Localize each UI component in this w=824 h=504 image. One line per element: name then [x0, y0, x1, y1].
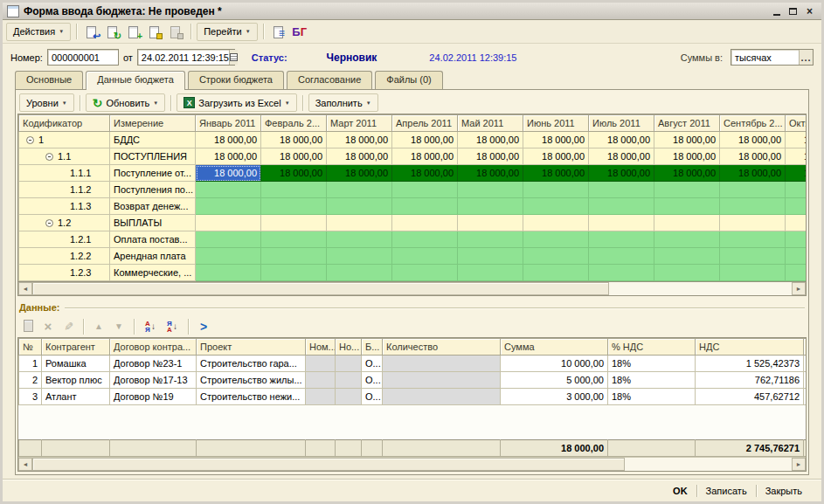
- data-cell-num[interactable]: 2: [19, 372, 42, 389]
- budget-value-cell[interactable]: [196, 248, 261, 265]
- refresh-menu-button[interactable]: ↻ Обновить ▼: [86, 93, 166, 112]
- budget-value-cell[interactable]: [458, 265, 523, 281]
- data-cell-project[interactable]: Строительство нежи...: [197, 389, 306, 405]
- goto-menu-button[interactable]: Перейти ▼: [197, 23, 258, 41]
- data-cell-no[interactable]: [336, 372, 362, 389]
- data-cell-nom[interactable]: [306, 356, 336, 372]
- budget-dimension-cell[interactable]: Поступления по...: [110, 182, 196, 198]
- budget-dimension-cell[interactable]: Поступление от...: [110, 165, 196, 182]
- budget-value-cell[interactable]: 18 000,00: [523, 148, 589, 165]
- close-button[interactable]: Закрыть: [757, 483, 811, 499]
- data-column-header[interactable]: Б...: [362, 339, 383, 356]
- ok-button[interactable]: OK: [664, 483, 696, 499]
- budget-value-cell[interactable]: 18 000,00: [196, 148, 261, 165]
- data-cell-no[interactable]: [336, 389, 362, 405]
- budget-column-header[interactable]: Февраль 2...: [261, 115, 327, 132]
- budget-value-cell[interactable]: 18 000,00: [589, 165, 654, 182]
- budget-value-cell[interactable]: [327, 231, 392, 248]
- budget-value-cell[interactable]: [392, 215, 458, 231]
- data-cell-contract[interactable]: Договор №23-1: [110, 356, 197, 372]
- budget-column-header[interactable]: Сентябрь 2...: [720, 115, 786, 132]
- budget-value-cell[interactable]: 18 000,00: [392, 148, 458, 165]
- budget-dimension-cell[interactable]: Оплата постав...: [110, 231, 196, 248]
- budget-value-cell[interactable]: [589, 198, 654, 215]
- budget-column-header[interactable]: Октябрь 2011: [786, 115, 807, 132]
- data-cell-amount[interactable]: 3 000,00: [501, 389, 608, 405]
- data-cell-b[interactable]: О...: [362, 372, 383, 389]
- budget-value-cell[interactable]: 18 000,00: [196, 165, 261, 182]
- data-cell-vat_pct[interactable]: 18%: [608, 372, 696, 389]
- data-cell-vat[interactable]: 457,62712: [696, 389, 804, 405]
- data-cell-amount[interactable]: 5 000,00: [501, 372, 608, 389]
- data-cell-num[interactable]: 3: [19, 389, 42, 405]
- budget-code-cell[interactable]: 1.2.2: [19, 248, 110, 265]
- report-icon[interactable]: ≡: [269, 23, 288, 41]
- data-column-header[interactable]: Проект: [197, 339, 306, 356]
- refresh-icon[interactable]: ↻: [103, 23, 122, 41]
- budget-column-header[interactable]: Май 2011: [458, 115, 523, 132]
- tab-approval[interactable]: Согласование: [287, 71, 372, 89]
- budget-value-cell[interactable]: [589, 248, 654, 265]
- budget-value-cell[interactable]: [720, 231, 786, 248]
- budget-value-cell[interactable]: [392, 265, 458, 281]
- budget-value-cell[interactable]: 18 000,00: [654, 165, 720, 182]
- number-field[interactable]: 000000001: [47, 49, 119, 66]
- budget-value-cell[interactable]: 18 000,00: [786, 148, 807, 165]
- budget-code-cell[interactable]: 1.2: [19, 215, 110, 231]
- data-column-header[interactable]: % НДС: [608, 339, 696, 356]
- data-cell-qty[interactable]: [383, 372, 501, 389]
- budget-value-cell[interactable]: 18 000,00: [589, 148, 654, 165]
- budget-value-cell[interactable]: [261, 248, 327, 265]
- data-cell-contractor[interactable]: Вектор плюс: [42, 372, 110, 389]
- tab-files[interactable]: Файлы (0): [375, 71, 442, 89]
- sort-ascending-icon[interactable]: АЯ ↓: [141, 318, 160, 335]
- budget-value-cell[interactable]: [523, 215, 589, 231]
- budget-value-cell[interactable]: [196, 265, 261, 281]
- budget-value-cell[interactable]: [523, 198, 589, 215]
- budget-value-cell[interactable]: [654, 182, 720, 198]
- budget-value-cell[interactable]: [589, 231, 654, 248]
- copy-add-icon[interactable]: +: [124, 23, 143, 41]
- budget-value-cell[interactable]: 18 000,00: [327, 165, 392, 182]
- minimize-icon[interactable]: [769, 4, 784, 17]
- budget-value-cell[interactable]: [327, 248, 392, 265]
- tab-budget-data[interactable]: Данные бюджета: [86, 71, 185, 89]
- budget-dimension-cell[interactable]: ВЫПЛАТЫ: [110, 215, 196, 231]
- budget-value-cell[interactable]: [523, 231, 589, 248]
- budget-code-cell[interactable]: 1.1.2: [19, 182, 110, 198]
- data-cell-k[interactable]: [804, 389, 807, 405]
- budget-dimension-cell[interactable]: Возврат денеж...: [110, 198, 196, 215]
- data-cell-vat[interactable]: 762,71186: [696, 372, 804, 389]
- data-cell-b[interactable]: О...: [362, 389, 383, 405]
- budget-value-cell[interactable]: 18 000,00: [196, 132, 261, 148]
- budget-value-cell[interactable]: 18 000,00: [327, 132, 392, 148]
- date-field[interactable]: 24.02.2011 12:39:15: [137, 49, 235, 66]
- budget-value-cell[interactable]: [458, 248, 523, 265]
- data-cell-b[interactable]: О...: [362, 356, 383, 372]
- budget-value-cell[interactable]: 18 000,00: [458, 132, 523, 148]
- budget-value-cell[interactable]: [786, 182, 807, 198]
- data-cell-no[interactable]: [336, 356, 362, 372]
- budget-value-cell[interactable]: [589, 182, 654, 198]
- sums-unit-field[interactable]: тысячах ...: [731, 49, 814, 66]
- budget-value-cell[interactable]: [654, 265, 720, 281]
- budget-value-cell[interactable]: 18 000,00: [523, 132, 589, 148]
- budget-column-header[interactable]: Июнь 2011: [523, 115, 589, 132]
- data-cell-nom[interactable]: [306, 389, 336, 405]
- data-cell-contract[interactable]: Договор №19: [110, 389, 197, 405]
- data-cell-project[interactable]: Строительство гара...: [197, 356, 306, 372]
- data-column-header[interactable]: К...: [804, 339, 807, 356]
- budget-value-cell[interactable]: [458, 182, 523, 198]
- budget-value-cell[interactable]: [261, 265, 327, 281]
- fill-menu-button[interactable]: Заполнить ▼: [308, 93, 378, 112]
- budget-code-cell[interactable]: 1: [19, 132, 110, 148]
- budget-value-cell[interactable]: 18 000,00: [392, 165, 458, 182]
- budget-value-cell[interactable]: [720, 182, 786, 198]
- budget-value-cell[interactable]: 18 000,00: [720, 148, 786, 165]
- budget-value-cell[interactable]: [458, 231, 523, 248]
- calendar-icon[interactable]: [229, 50, 238, 65]
- data-cell-contractor[interactable]: Ромашка: [42, 356, 110, 372]
- budget-value-cell[interactable]: 18 000,00: [392, 132, 458, 148]
- maximize-icon[interactable]: [786, 4, 800, 17]
- budget-value-cell[interactable]: [196, 215, 261, 231]
